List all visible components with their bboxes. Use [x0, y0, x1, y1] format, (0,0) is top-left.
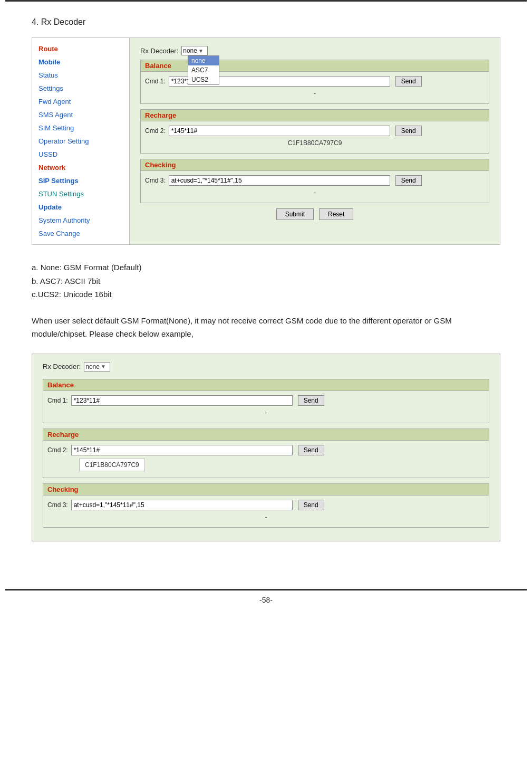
checking2-section: Checking Cmd 3: Send - [43, 483, 489, 528]
recharge-body: Cmd 2: Send C1F1B80CA797C9 [140, 121, 489, 154]
recharge-section: Recharge Cmd 2: Send C1F1B80CA797C9 [140, 109, 489, 154]
recharge-cmd-row: Cmd 2: Send [145, 126, 485, 136]
reset-button[interactable]: Reset [319, 208, 353, 220]
sidebar-item-status[interactable]: Status [32, 69, 129, 82]
checking-body: Cmd 3: Send - [140, 170, 489, 203]
rx-decoder-label: Rx Decoder: [140, 47, 178, 55]
rx-decoder-dropdown-menu: none ASC7 UCS2 [188, 55, 219, 85]
second-rx-decoder-label: Rx Decoder: [43, 363, 81, 370]
balance2-send-button[interactable]: Send [298, 395, 324, 406]
desc-line-2: c.UCS2: Unicode 16bit [32, 288, 500, 301]
sidebar-item-network[interactable]: Network [32, 161, 129, 174]
page-title: 4. Rx Decoder [32, 17, 500, 27]
checking2-cmd-input[interactable] [71, 500, 293, 510]
recharge-hex-value: C1F1B80CA797C9 [145, 139, 485, 147]
page-footer: -58- [0, 590, 532, 615]
balance-send-button[interactable]: Send [395, 76, 422, 87]
sidebar-item-ussd[interactable]: USSD [32, 148, 129, 161]
sidebar-item-update[interactable]: Update [32, 201, 129, 214]
sidebar-item-sms-agent[interactable]: SMS Agent [32, 108, 129, 121]
first-ui-panel: Route Mobile Status Settings Fwd Agent S… [32, 37, 500, 245]
checking2-cmd-row: Cmd 3: Send [47, 500, 485, 510]
second-dropdown-arrow-icon: ▼ [101, 364, 106, 369]
balance2-cmd-row: Cmd 1: Send [47, 395, 485, 406]
desc-line-0: a. None: GSM Format (Default) [32, 261, 500, 274]
descriptions: a. None: GSM Format (Default) b. ASC7: A… [32, 261, 500, 301]
checking2-body: Cmd 3: Send - [43, 495, 489, 528]
recharge-header: Recharge [140, 109, 489, 121]
sidebar-item-settings[interactable]: Settings [32, 82, 129, 95]
recharge-cmd-input[interactable] [169, 126, 390, 136]
sidebar-item-mobile[interactable]: Mobile [32, 55, 129, 69]
recharge2-cmd-input[interactable] [71, 445, 293, 455]
balance2-cmd-label: Cmd 1: [47, 397, 68, 404]
balance-cmd-label: Cmd 1: [145, 78, 166, 85]
second-ui-panel: Rx Decoder: none ▼ Balance Cmd 1: Send -… [32, 354, 500, 541]
sidebar-item-sim-setting[interactable]: SIM Setting [32, 121, 129, 135]
checking2-cmd-label: Cmd 3: [47, 501, 68, 509]
sidebar: Route Mobile Status Settings Fwd Agent S… [32, 38, 130, 244]
checking2-header: Checking [43, 483, 489, 495]
recharge2-cmd-label: Cmd 2: [47, 446, 68, 454]
balance2-cmd-input[interactable] [71, 395, 293, 406]
sidebar-item-operator-setting[interactable]: Operator Setting [32, 135, 129, 148]
second-rx-decoder-row: Rx Decoder: none ▼ [43, 362, 489, 372]
checking-send-button[interactable]: Send [395, 175, 422, 186]
main-area: Rx Decoder: none ▼ none ASC7 UCS2 Balanc… [130, 38, 500, 244]
balance2-body: Cmd 1: Send - [43, 390, 489, 423]
recharge-cmd-label: Cmd 2: [145, 127, 166, 135]
balance2-header: Balance [43, 379, 489, 390]
dropdown-arrow-icon: ▼ [198, 48, 204, 54]
paragraph: When user select default GSM Format(None… [32, 314, 500, 341]
rx-decoder-dropdown[interactable]: none ▼ [181, 46, 208, 55]
recharge2-hex-value: C1F1B80CA797C9 [79, 459, 145, 471]
rx-decoder-row: Rx Decoder: none ▼ none ASC7 UCS2 [140, 46, 489, 55]
checking-cmd-row: Cmd 3: Send [145, 175, 485, 186]
balance-result: - [145, 90, 485, 97]
sidebar-item-save-change[interactable]: Save Change [32, 227, 129, 240]
dropdown-option-none[interactable]: none [188, 56, 219, 65]
second-rx-decoder-value: none [85, 363, 100, 370]
recharge2-send-button[interactable]: Send [298, 445, 324, 455]
dropdown-option-asc7[interactable]: ASC7 [188, 65, 219, 75]
sidebar-item-fwd-agent[interactable]: Fwd Agent [32, 95, 129, 108]
sidebar-item-stun-settings[interactable]: STUN Settings [32, 187, 129, 201]
submit-reset-row: Submit Reset [140, 208, 489, 220]
desc-line-1: b. ASC7: ASCII 7bit [32, 274, 500, 288]
checking-result: - [145, 189, 485, 196]
recharge2-header: Recharge [43, 428, 489, 440]
balance2-section: Balance Cmd 1: Send - [43, 379, 489, 423]
dropdown-option-ucs2[interactable]: UCS2 [188, 75, 219, 84]
recharge-send-button[interactable]: Send [395, 126, 422, 136]
recharge2-body: Cmd 2: Send C1F1B80CA797C9 [43, 440, 489, 478]
balance2-result: - [47, 409, 485, 416]
checking-section: Checking Cmd 3: Send - [140, 159, 489, 203]
recharge2-section: Recharge Cmd 2: Send C1F1B80CA797C9 [43, 428, 489, 478]
sidebar-item-route[interactable]: Route [32, 42, 129, 55]
rx-decoder-value: none [183, 47, 197, 54]
submit-button[interactable]: Submit [276, 208, 314, 220]
second-rx-decoder-dropdown[interactable]: none ▼ [84, 362, 110, 372]
sidebar-item-sip-settings[interactable]: SIP Settings [32, 174, 129, 187]
recharge2-cmd-row: Cmd 2: Send [47, 445, 485, 455]
checking2-result: - [47, 513, 485, 521]
sidebar-item-system-authority[interactable]: System Authority [32, 214, 129, 227]
checking2-send-button[interactable]: Send [298, 500, 324, 510]
checking-header: Checking [140, 159, 489, 170]
checking-cmd-input[interactable] [169, 175, 390, 186]
checking-cmd-label: Cmd 3: [145, 177, 166, 184]
